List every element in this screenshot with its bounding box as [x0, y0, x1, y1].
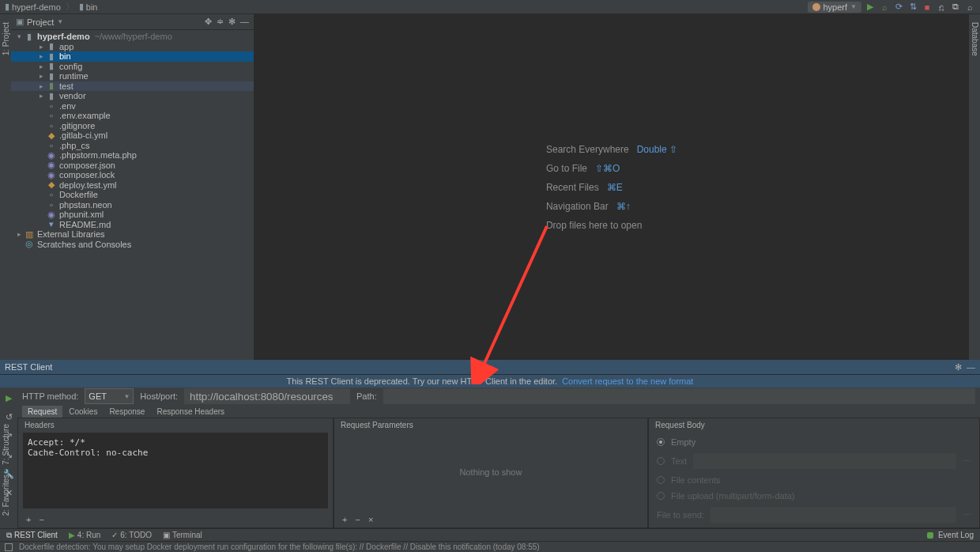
- coverage-icon[interactable]: ⟳: [893, 2, 904, 13]
- request-tab-request[interactable]: Request: [22, 406, 62, 418]
- bottom-tab-terminal[interactable]: ▣ Terminal: [163, 531, 202, 540]
- tree-item-composer-json[interactable]: ◉composer.json: [11, 161, 254, 171]
- project-view-icon: ▣: [16, 17, 24, 27]
- body-text-radio[interactable]: [657, 457, 665, 465]
- left-tab-project[interactable]: 1: Project: [1, 17, 11, 60]
- status-text[interactable]: Dockerfile detection: You may setup Dock…: [19, 543, 540, 551]
- expand-icon[interactable]: ⋯: [963, 456, 971, 467]
- tree-item-phpunit-xml[interactable]: ◉phpunit.xml: [11, 210, 254, 220]
- convert-link[interactable]: Convert request to the new format: [562, 376, 693, 386]
- hide-icon[interactable]: —: [240, 17, 249, 27]
- add-param-icon[interactable]: +: [342, 515, 347, 524]
- event-dot-icon: [927, 532, 933, 539]
- locate-icon[interactable]: ✥: [205, 17, 212, 27]
- project-tree[interactable]: ▮hyperf-demo~/www/hyperf-demo▮app▮bin▮co…: [11, 30, 254, 360]
- gear-icon[interactable]: ✻: [955, 362, 962, 372]
- tree-item-readme-md[interactable]: ▾README.md: [11, 220, 254, 230]
- bottom-tab-rest[interactable]: ⧉ REST Client: [6, 531, 58, 540]
- tree-item-external-libraries[interactable]: ▥External Libraries: [11, 229, 254, 240]
- right-tab-database[interactable]: Database: [970, 17, 980, 61]
- file-icon: ▫: [46, 121, 57, 130]
- rest-client-title[interactable]: REST Client ✻ —: [0, 360, 980, 374]
- run-config-chip[interactable]: hyperf ▼: [808, 2, 862, 13]
- tree-item--php-cs[interactable]: ▫.php_cs: [11, 141, 254, 151]
- request-tab-response-headers[interactable]: Response Headers: [151, 406, 230, 418]
- tree-item--gitignore[interactable]: ▫.gitignore: [11, 121, 254, 131]
- body-empty-radio[interactable]: [657, 438, 665, 446]
- tree-item-composer-lock[interactable]: ◉composer.lock: [11, 170, 254, 180]
- attach-icon[interactable]: ⇅: [907, 2, 918, 13]
- tree-item-runtime[interactable]: ▮runtime: [11, 71, 254, 81]
- chevron-down-icon[interactable]: ▼: [57, 18, 63, 25]
- project-panel: ▣ Project ▼ ✥ ≑ ✻ — ▮hyperf-demo~/www/hy…: [11, 14, 254, 360]
- tree-item-app[interactable]: ▮app: [11, 42, 254, 52]
- path-input[interactable]: [383, 388, 975, 404]
- bottom-tab-run[interactable]: ▶ 4: Run: [69, 531, 100, 540]
- tree-item--env-example[interactable]: ▫.env.example: [11, 111, 254, 121]
- host-input[interactable]: [184, 388, 350, 404]
- request-tab-cookies[interactable]: Cookies: [63, 406, 103, 418]
- body-text-input[interactable]: [693, 453, 956, 469]
- project-panel-title[interactable]: Project: [27, 17, 54, 27]
- tree-item-bin[interactable]: ▮bin: [11, 51, 254, 62]
- request-tab-response[interactable]: Response: [104, 406, 150, 418]
- status-box-icon[interactable]: [5, 543, 13, 551]
- headers-textarea[interactable]: Accept: */* Cache-Control: no-cache: [23, 433, 328, 509]
- add-header-icon[interactable]: +: [26, 515, 31, 524]
- remove-param-icon[interactable]: −: [355, 515, 360, 524]
- deprecation-banner: This REST Client is deprecated. Try our …: [0, 374, 980, 388]
- editor-hints: Search EverywhereDouble ⇧Go to File⇧⌘ORe…: [546, 144, 677, 231]
- expand-arrow-icon[interactable]: [36, 43, 46, 51]
- expand-arrow-icon[interactable]: [36, 52, 46, 60]
- tree-item-test[interactable]: ▮test: [11, 81, 254, 92]
- run-icon[interactable]: ▶: [865, 2, 876, 13]
- tree-item--env[interactable]: ▫.env: [11, 101, 254, 112]
- expand-arrow-icon[interactable]: [36, 62, 46, 70]
- collapse-icon[interactable]: ≑: [217, 17, 224, 27]
- editor-area[interactable]: Search EverywhereDouble ⇧Go to File⇧⌘ORe…: [254, 14, 969, 360]
- tree-item--span-class-bold-hyperf-demo-span-[interactable]: ▮hyperf-demo~/www/hyperf-demo: [11, 32, 254, 42]
- expand-arrow-icon[interactable]: [14, 230, 24, 238]
- search-icon[interactable]: ⌕: [964, 2, 975, 13]
- tree-item-dockerfile[interactable]: ▫Dockerfile: [11, 190, 254, 200]
- gear-icon[interactable]: ✻: [228, 17, 236, 27]
- browse-icon[interactable]: ⋯: [963, 510, 971, 520]
- expand-arrow-icon[interactable]: [36, 92, 46, 100]
- body-file-radio[interactable]: [657, 476, 665, 484]
- bottom-tab-todo[interactable]: ✓ 6: TODO: [111, 531, 152, 540]
- file-to-send-input[interactable]: [710, 507, 956, 523]
- php-icon: ◉: [46, 150, 57, 161]
- left-tab-structure[interactable]: 7: Structure: [1, 419, 11, 470]
- tree-item--phpstorm-meta-php[interactable]: ◉.phpstorm.meta.php: [11, 150, 254, 161]
- md-icon: ▾: [46, 219, 57, 229]
- chevron-down-icon: ▼: [123, 393, 130, 400]
- submit-icon[interactable]: ▶: [3, 392, 14, 403]
- expand-arrow-icon[interactable]: [36, 82, 46, 90]
- editor-hint: Go to File⇧⌘O: [546, 163, 677, 174]
- event-log-tab[interactable]: Event Log: [938, 531, 974, 539]
- http-method-select[interactable]: GET▼: [85, 388, 134, 404]
- debug-icon[interactable]: ⌕: [879, 2, 890, 13]
- hide-icon[interactable]: —: [967, 362, 975, 372]
- tree-item--gitlab-ci-yml[interactable]: ◆.gitlab-ci.yml: [11, 130, 254, 141]
- body-upload-radio[interactable]: [657, 492, 665, 500]
- tree-item-phpstan-neon[interactable]: ▫phpstan.neon: [11, 200, 254, 210]
- left-tab-favorites[interactable]: 2: Favorites: [1, 470, 11, 520]
- breadcrumb-root[interactable]: ▮hyperf-demo: [5, 2, 61, 12]
- expand-arrow-icon[interactable]: [36, 72, 46, 80]
- remove-header-icon[interactable]: −: [39, 515, 43, 524]
- file-icon: ▫: [46, 101, 57, 111]
- expand-arrow-icon[interactable]: [14, 32, 24, 40]
- tree-item-deploy-test-yml[interactable]: ◆deploy.test.yml: [11, 180, 254, 191]
- host-label: Host/port:: [140, 391, 178, 401]
- window-icon[interactable]: ⧉: [950, 2, 961, 13]
- clear-params-icon[interactable]: ×: [368, 515, 373, 524]
- left-gutter: 1: Project: [0, 14, 11, 360]
- git-icon[interactable]: ⎌: [936, 2, 947, 13]
- method-label: HTTP method:: [22, 391, 78, 401]
- tree-item-scratches-and-consoles[interactable]: ◎Scratches and Consoles: [11, 240, 254, 250]
- breadcrumb-child[interactable]: ▮bin: [79, 2, 98, 12]
- stop-icon[interactable]: ■: [922, 2, 933, 13]
- tree-item-vendor[interactable]: ▮vendor: [11, 91, 254, 101]
- tree-item-config[interactable]: ▮config: [11, 62, 254, 72]
